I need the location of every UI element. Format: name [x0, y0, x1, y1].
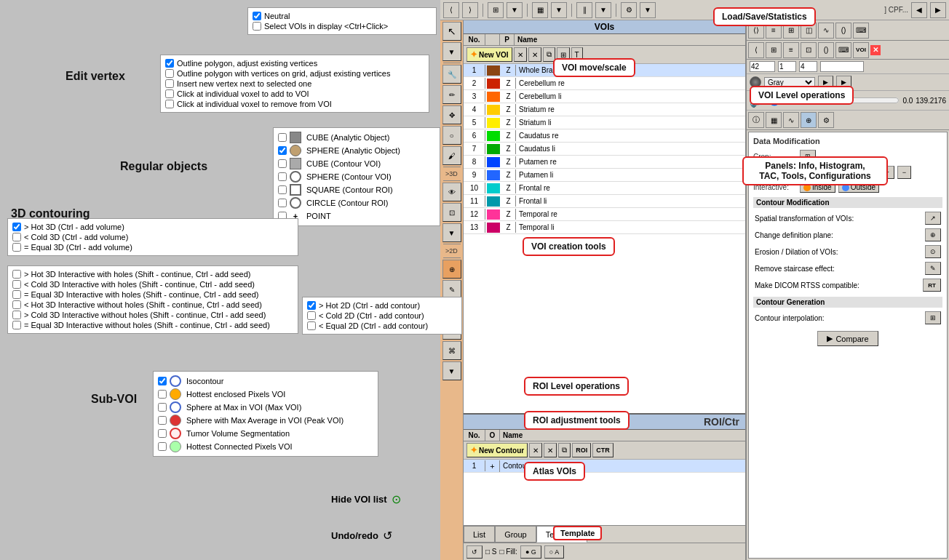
- 2d-2-cb[interactable]: [307, 311, 316, 320]
- interp-btn[interactable]: ⊞: [925, 311, 941, 324]
- erosion-btn[interactable]: ⊙: [925, 245, 941, 258]
- 3di-4-cb[interactable]: [12, 300, 21, 309]
- ev-2-checkbox[interactable]: [165, 69, 174, 78]
- ctr-btn[interactable]: CTR: [592, 443, 614, 457]
- undo-btn-main[interactable]: ↺: [466, 545, 483, 559]
- voi-row[interactable]: 8 Z Putamen re: [464, 156, 745, 169]
- 3d-3-cb[interactable]: [12, 243, 21, 252]
- contour-copy-btn[interactable]: ⧉: [558, 443, 571, 457]
- tb-icon-6[interactable]: ▼: [595, 2, 611, 18]
- ev-1-checkbox[interactable]: [165, 59, 174, 68]
- tb-icon-1[interactable]: ⊞: [488, 2, 504, 18]
- 3di-5-cb[interactable]: [12, 311, 21, 319]
- dicom-btn[interactable]: RT: [923, 279, 941, 292]
- new-voi-btn[interactable]: ✦ New VOI: [466, 47, 512, 62]
- rt-hist-icon[interactable]: ▦: [766, 112, 782, 128]
- 2d-3-cb[interactable]: [307, 321, 316, 330]
- rp-close-btn[interactable]: ✕: [870, 45, 881, 55]
- staircase-btn[interactable]: ✎: [925, 262, 941, 275]
- hide-voi-list-icon[interactable]: ⊙: [392, 492, 401, 506]
- ro-6-cb[interactable]: [278, 199, 287, 207]
- tb-left-arrow[interactable]: ◀: [911, 2, 927, 18]
- rt-tac-icon[interactable]: ∿: [783, 112, 799, 128]
- ro-2-cb[interactable]: [278, 146, 287, 155]
- rp2-voi[interactable]: VOI: [853, 42, 869, 58]
- ev-5-checkbox[interactable]: [165, 100, 174, 108]
- value-input-4[interactable]: [820, 61, 864, 72]
- value-input-1[interactable]: [750, 61, 775, 72]
- ro-4-cb[interactable]: [278, 172, 287, 181]
- a-btn[interactable]: ○ A: [544, 545, 564, 559]
- ev-3-checkbox[interactable]: [165, 79, 174, 88]
- 3di-6-cb[interactable]: [12, 321, 21, 329]
- voi-row[interactable]: 4 Z Striatum re: [464, 103, 745, 116]
- voi-row[interactable]: 9 Z Putamen li: [464, 169, 745, 182]
- 3di-3-cb[interactable]: [12, 290, 21, 299]
- rp-icon-7[interactable]: ⌨: [853, 23, 869, 39]
- rt-info-icon[interactable]: ⓘ: [748, 112, 764, 128]
- tb-icon-2[interactable]: ▼: [507, 2, 523, 18]
- voi-row[interactable]: 13 Z Temporal li: [464, 221, 745, 234]
- tb-icon-3[interactable]: ▦: [532, 2, 548, 18]
- sv-5-cb[interactable]: [158, 429, 167, 438]
- ro-3-cb[interactable]: [278, 159, 287, 168]
- g-btn[interactable]: ● G: [520, 545, 541, 559]
- value-input-2[interactable]: [778, 61, 796, 72]
- ro-5-cb[interactable]: [278, 185, 287, 194]
- voi-cross-btn[interactable]: ✕: [528, 47, 541, 62]
- voi-row[interactable]: 7 Z Caudatus li: [464, 143, 745, 156]
- rp2-icon-6[interactable]: ⌨: [835, 42, 851, 58]
- sv-4-cb[interactable]: [158, 416, 167, 425]
- undo-icon[interactable]: ↺: [383, 529, 392, 543]
- sv-1-cb[interactable]: [158, 377, 167, 385]
- rp-icon-6[interactable]: (): [835, 23, 851, 39]
- contour-close-btn[interactable]: ✕: [529, 443, 542, 457]
- rp2-icon-1[interactable]: ⟨: [748, 42, 764, 58]
- voi-row[interactable]: 12 Z Temporal re: [464, 208, 745, 221]
- 3d-1-cb[interactable]: [12, 223, 21, 231]
- tb-icon-7[interactable]: ⚙: [621, 2, 637, 18]
- voi-row[interactable]: 6 Z Caudatus re: [464, 129, 745, 143]
- ro-1-cb[interactable]: [278, 133, 287, 142]
- sv-2-cb[interactable]: [158, 390, 167, 399]
- voi-row[interactable]: 5 Z Striatum li: [464, 116, 745, 129]
- rp2-icon-5[interactable]: (): [818, 42, 834, 58]
- contour-row[interactable]: 1 + Contour 1: [464, 460, 745, 473]
- neutral-checkbox[interactable]: [253, 12, 261, 20]
- rp2-icon-4[interactable]: ⊡: [801, 42, 817, 58]
- mask-minus-btn[interactable]: −: [897, 166, 911, 179]
- rp2-icon-2[interactable]: ⊞: [766, 42, 782, 58]
- rp-icon-5[interactable]: ∿: [818, 23, 834, 39]
- sv-3-cb[interactable]: [158, 403, 167, 412]
- contour-cross-btn[interactable]: ✕: [544, 443, 557, 457]
- voi-row[interactable]: 11 Z Frontal li: [464, 195, 745, 208]
- select-vois-checkbox[interactable]: [253, 22, 261, 31]
- tb-icon-5[interactable]: ∥: [576, 2, 592, 18]
- tb-right-arrow[interactable]: ▶: [930, 2, 946, 18]
- new-contour-btn[interactable]: ✦ New Contour: [466, 443, 528, 457]
- voi-row[interactable]: 2 Z Cerebellum re: [464, 77, 745, 90]
- voi-row[interactable]: 3 Z Cerebellum li: [464, 90, 745, 103]
- tb-icon-8[interactable]: ▼: [640, 2, 656, 18]
- compare-btn[interactable]: ▶ Compare: [817, 331, 878, 346]
- roi-btn[interactable]: ROI: [572, 443, 591, 457]
- value-input-3[interactable]: [799, 61, 817, 72]
- rt-tools-icon[interactable]: ⊕: [801, 112, 817, 128]
- 2d-1-cb[interactable]: [307, 301, 316, 310]
- spatial-btn[interactable]: ↗: [925, 212, 941, 225]
- rp2-icon-3[interactable]: ≡: [783, 42, 799, 58]
- nav-btn-2[interactable]: ⟩: [462, 2, 478, 18]
- ev-4-checkbox[interactable]: [165, 89, 174, 98]
- tab-group[interactable]: Group: [495, 526, 536, 543]
- tab-list[interactable]: List: [464, 526, 495, 543]
- tb-icon-4[interactable]: ▼: [551, 2, 567, 18]
- change-plane-btn[interactable]: ⊕: [925, 228, 941, 241]
- 3d-2-cb[interactable]: [12, 233, 21, 241]
- rt-config-icon[interactable]: ⚙: [818, 112, 834, 128]
- sv-6-cb[interactable]: [158, 442, 167, 451]
- voi-row[interactable]: 10 Z Frontal re: [464, 182, 745, 195]
- erosion-label: Erosion / Dilation of VOIs:: [755, 248, 838, 256]
- 3di-2-cb[interactable]: [12, 280, 21, 289]
- 3di-1-cb[interactable]: [12, 270, 21, 279]
- voi-close-btn[interactable]: ✕: [514, 47, 527, 62]
